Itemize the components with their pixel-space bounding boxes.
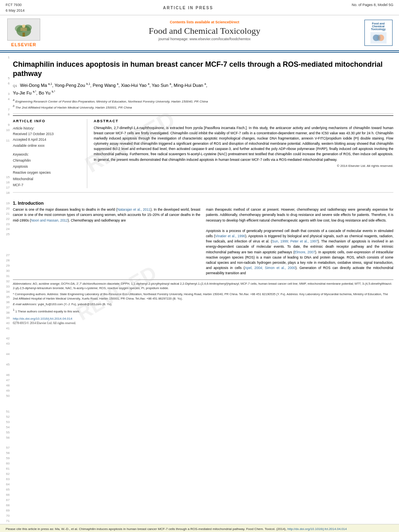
affiliation-b: b The 2nd Affiliated Hospital of Harbin … [13, 104, 393, 110]
citation-doi-link: http://dx.doi.org/10.1016/j.fct.2014.04.… [287, 527, 347, 531]
article-in-press-label: ARTICLE IN PRESS [163, 6, 213, 10]
main-content: Chimaphilin induces apoptosis in human b… [11, 53, 399, 524]
logo-box-text: Food and Chemical Toxicology [370, 22, 387, 44]
elsevier-text: ELSEVIER [11, 42, 36, 47]
article-history: Article history: Received 17 October 201… [13, 125, 83, 149]
journal-header: ELSEVIER Contents lists available at Sci… [0, 15, 399, 51]
email-note: E-mail addresses: yujie_fu@163.com (Y.-J… [13, 302, 393, 306]
journal-title: Food and Chemical Toxicology [46, 26, 363, 36]
elsevier-logo-image [7, 18, 40, 41]
body-left-col: 1. Introduction Cancer is one of the maj… [13, 196, 200, 276]
authors-line: Q1 Wei-Dong Ma a,1, Yong-Peng Zou b,1, P… [13, 82, 393, 97]
journal-logo-box: Food and Chemical Toxicology [364, 20, 393, 46]
citation-bar: Please cite this article in press as: Ma… [0, 524, 399, 532]
keywords-list: Chimaphilin Apoptosis Reactive oxygen sp… [13, 158, 83, 188]
citation-text: Please cite this article in press as: Ma… [6, 527, 286, 531]
author-ming-hui-duan: Ming-Hui Duan a, [174, 83, 207, 88]
abstract-copyright: © 2014 Elsevier Ltd. All rights reserved… [94, 164, 393, 168]
pages-model: No. of Pages 8, Model 5G [352, 2, 393, 8]
author-yao-sun: Yao Sun a, [152, 83, 173, 88]
ref-natarajan: Natarajan et al., 2011 [117, 207, 151, 212]
author-bo-yu: Bo Yu b,* [39, 90, 55, 95]
svg-point-10 [376, 35, 380, 41]
sciencedirect-link: Contents lists available at ScienceDirec… [46, 20, 363, 24]
author-yong-peng-zou: Yong-Peng Zou b,1, [55, 83, 93, 88]
keywords-section: Keywords: Chimaphilin Apoptosis Reactive… [13, 152, 83, 188]
affiliation-a: a Engineering Research Center of Forest … [13, 98, 393, 104]
introduction-section: 1. Introduction Cancer is one of the maj… [13, 196, 393, 276]
fct-number: FCT 7930 6 May 2014 [6, 2, 25, 13]
author-yu-jie-fu: Yu-Jie Fu a,*, [13, 90, 39, 95]
corresponding-note: * Corresponding authors. Address: State … [13, 292, 393, 301]
elsevier-logo-area: ELSEVIER [6, 18, 42, 47]
affiliations: a Engineering Research Center of Forest … [13, 98, 393, 110]
top-bar: FCT 7930 6 May 2014 ARTICLE IN PRESS No.… [0, 0, 399, 15]
author-peng-wang: Peng Wang a, [93, 83, 121, 88]
intro-left-text: Cancer is one of the major diseases lead… [13, 207, 200, 223]
article-title: Chimaphilin induces apoptosis in human b… [13, 60, 393, 79]
abstract-heading: ABSTRACT [94, 119, 393, 123]
svg-rect-6 [21, 28, 27, 31]
article-info-heading: ARTICLE INFO [13, 119, 83, 123]
footnote-section: Abbreviations: AO, acridine orange; DCFH… [13, 279, 393, 314]
abbreviations: Abbreviations: AO, acridine orange; DCFH… [13, 281, 393, 291]
article-info-column: ARTICLE INFO Article history: Received 1… [13, 119, 87, 189]
body-right-col: main therapeutic method of cancer at pre… [206, 196, 393, 276]
content-area: 1 56 34 78 910 11 1516 1718 19 20212223 … [0, 53, 399, 524]
doi-section: http://dx.doi.org/10.1016/j.fct.2014.04.… [13, 317, 393, 320]
svg-point-5 [22, 25, 25, 28]
svg-rect-4 [23, 33, 25, 37]
ref-apel: Apel, 2004; Simon et al., 2000 [245, 266, 295, 270]
journal-logo-right: Food and Chemical Toxicology [363, 18, 393, 47]
author-xiao-hui-yao: Xiao-Hui Yao a, [121, 83, 152, 88]
ref-noori: Noori and Hassan, 2012 [31, 218, 68, 222]
ref-vinatier: Vinatier et al., 1996 [215, 234, 245, 238]
q1-badge: Q1 [13, 84, 17, 88]
equal-contrib-note: 1 1 These authors contributed equally to… [13, 308, 393, 314]
author-wei-dong-ma: Wei-Dong Ma a,1, [20, 83, 55, 88]
copyright-footer: 0278-6915/© 2014 Elsevier Ltd. All right… [13, 321, 393, 325]
intro-right-text: main therapeutic method of cancer at pre… [206, 207, 393, 276]
abstract-text: Chimaphilin, 2,7-dimethyl-1,4-naphthoqui… [94, 125, 393, 162]
journal-center: Contents lists available at ScienceDirec… [46, 18, 363, 47]
ref-elmore: Elmore, 2007 [294, 250, 315, 254]
abstract-column: ABSTRACT Chimaphilin, 2,7-dimethyl-1,4-n… [94, 119, 393, 189]
ref-sun: Sun, 1999; Peter et al., 1997 [272, 239, 318, 243]
line-numbers: 1 56 34 78 910 11 1516 1718 19 20212223 … [0, 53, 11, 524]
intro-title: 1. Introduction [13, 201, 200, 205]
two-column-section: ARTICLE INFO Article history: Received 1… [13, 115, 393, 189]
journal-url: journal homepage: www.elsevier.com/locat… [46, 37, 363, 41]
